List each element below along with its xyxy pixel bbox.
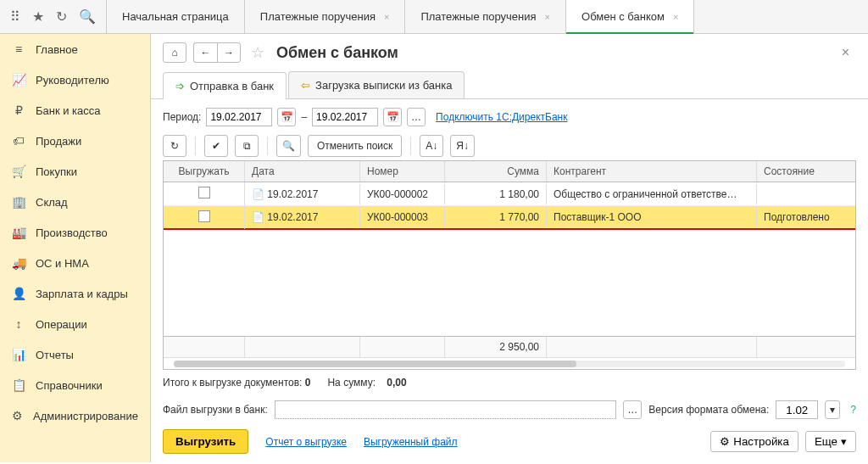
close-icon[interactable]: × <box>384 12 389 22</box>
gear-icon: ⚙ <box>12 409 23 422</box>
exported-file-link[interactable]: Выгруженный файл <box>364 436 458 448</box>
sort-asc-button[interactable]: A↓ <box>420 135 443 157</box>
grid-body: 📄 19.02.2017 УК00-000002 1 180,00 Общест… <box>164 182 855 336</box>
sort-desc-button[interactable]: Я↓ <box>450 135 475 157</box>
period-more-button[interactable]: … <box>407 108 426 126</box>
close-icon[interactable]: × <box>545 12 550 22</box>
calendar-from-icon[interactable]: 📅 <box>277 108 296 126</box>
copy-button[interactable]: ⧉ <box>235 135 259 157</box>
content: ⌂ ← → ☆ Обмен с банком × ➩Отправка в бан… <box>151 34 868 462</box>
calendar-to-icon[interactable]: 📅 <box>383 108 402 126</box>
sidebar-item-operations[interactable]: ↕Операции <box>0 309 150 339</box>
close-icon[interactable]: × <box>673 12 678 22</box>
period-row: Период: 📅 – 📅 … Подключить 1С:ДиректБанк <box>163 108 856 126</box>
grid-header: Выгружать Дата Номер Сумма Контрагент Со… <box>164 161 855 182</box>
col-date[interactable]: Дата <box>245 161 360 182</box>
col-sum[interactable]: Сумма <box>445 161 547 182</box>
row-checkbox[interactable] <box>198 210 210 222</box>
transfer-icon: ↕ <box>12 317 25 331</box>
page-title: Обмен с банком <box>276 44 398 62</box>
sidebar-item-admin[interactable]: ⚙Администрирование <box>0 400 150 431</box>
subtabs: ➩Отправка в банк ⇦Загрузка выписки из ба… <box>151 71 868 99</box>
title-row: ⌂ ← → ☆ Обмен с банком × <box>151 34 868 71</box>
truck-icon: 🚚 <box>12 256 25 270</box>
table-row[interactable]: 📄 19.02.2017 УК00-000002 1 180,00 Общест… <box>164 182 855 206</box>
col-state[interactable]: Состояние <box>757 161 855 182</box>
sidebar-item-warehouse[interactable]: 🏢Склад <box>0 187 150 217</box>
cart-icon: 🛒 <box>12 165 25 178</box>
grid-toolbar: ↻ ✔ ⧉ 🔍 Отменить поиск A↓ Я↓ <box>163 135 856 157</box>
version-input[interactable] <box>776 400 818 419</box>
search-icon[interactable]: 🔍 <box>79 8 96 25</box>
export-button[interactable]: Выгрузить <box>163 429 248 454</box>
file-label: Файл выгрузки в банк: <box>163 404 268 416</box>
sidebar-item-catalogs[interactable]: 📋Справочники <box>0 370 150 400</box>
file-path-input[interactable] <box>275 400 617 419</box>
col-agent[interactable]: Контрагент <box>547 161 757 182</box>
grid: Выгружать Дата Номер Сумма Контрагент Со… <box>163 160 856 370</box>
sidebar-item-manager[interactable]: 📈Руководителю <box>0 64 150 95</box>
sidebar-item-bank[interactable]: ₽Банк и касса <box>0 95 150 126</box>
gear-icon: ⚙ <box>720 435 730 448</box>
back-button[interactable]: ← <box>193 42 217 63</box>
subtab-load[interactable]: ⇦Загрузка выписки из банка <box>288 71 465 98</box>
grid-footer: 2 950,00 <box>164 336 855 357</box>
forward-button[interactable]: → <box>217 42 241 63</box>
star-icon[interactable]: ★ <box>32 8 44 25</box>
list-icon: 📋 <box>12 378 25 392</box>
col-export[interactable]: Выгружать <box>164 161 245 182</box>
more-button[interactable]: Еще ▾ <box>805 431 856 452</box>
sidebar: ≡Главное 📈Руководителю ₽Банк и касса 🏷Пр… <box>0 34 151 462</box>
table-row[interactable]: 📄 19.02.2017 УК00-000003 1 770,00 Постав… <box>164 206 855 230</box>
tag-icon: 🏷 <box>12 134 25 148</box>
summary: Итого к выгрузке документов: 0 На сумму:… <box>163 370 856 395</box>
sidebar-item-main[interactable]: ≡Главное <box>0 34 150 64</box>
close-page-button[interactable]: × <box>835 45 856 60</box>
date-from-input[interactable] <box>206 108 272 126</box>
total-sum: 2 950,00 <box>445 337 547 357</box>
chart-icon: 📈 <box>12 73 25 87</box>
home-button[interactable]: ⌂ <box>163 42 186 63</box>
bottom-row: Выгрузить Отчет о выгрузке Выгруженный ф… <box>163 429 856 454</box>
version-dropdown-icon[interactable]: ▾ <box>825 400 840 419</box>
export-report-link[interactable]: Отчет о выгрузке <box>265 436 347 448</box>
doc-icon: 📄 <box>252 188 264 200</box>
building-icon: 🏢 <box>12 195 25 209</box>
doc-icon: 📄 <box>252 211 264 223</box>
col-number[interactable]: Номер <box>360 161 445 182</box>
sidebar-item-reports[interactable]: 📊Отчеты <box>0 339 150 370</box>
tab-bank-exchange[interactable]: Обмен с банком× <box>566 0 694 33</box>
report-icon: 📊 <box>12 348 25 361</box>
find-button[interactable]: 🔍 <box>276 135 301 157</box>
row-checkbox[interactable] <box>198 187 210 198</box>
tab-payments-2[interactable]: Платежные поручения× <box>405 0 566 33</box>
sidebar-item-production[interactable]: 🏭Производство <box>0 217 150 248</box>
refresh-button[interactable]: ↻ <box>163 135 186 157</box>
tab-payments-1[interactable]: Платежные поручения× <box>245 0 406 33</box>
subtab-send[interactable]: ➩Отправка в банк <box>163 72 287 99</box>
topbar: ⠿ ★ ↻ 🔍 Начальная страница Платежные пор… <box>0 0 868 34</box>
check-button[interactable]: ✔ <box>204 135 228 157</box>
sidebar-item-purchases[interactable]: 🛒Покупки <box>0 156 150 187</box>
send-icon: ➩ <box>175 80 185 92</box>
apps-icon[interactable]: ⠿ <box>10 8 20 25</box>
sidebar-item-sales[interactable]: 🏷Продажи <box>0 126 150 156</box>
favorite-icon[interactable]: ☆ <box>251 43 264 62</box>
ruble-icon: ₽ <box>12 103 25 117</box>
version-label: Версия формата обмена: <box>648 404 769 416</box>
settings-button[interactable]: ⚙Настройка <box>710 431 798 452</box>
cancel-search-button[interactable]: Отменить поиск <box>308 135 402 157</box>
file-browse-button[interactable]: … <box>623 400 642 419</box>
person-icon: 👤 <box>12 287 25 300</box>
help-icon[interactable]: ? <box>850 404 856 416</box>
tab-home[interactable]: Начальная страница <box>107 0 245 33</box>
sidebar-item-salary[interactable]: 👤Зарплата и кадры <box>0 278 150 309</box>
direct-bank-link[interactable]: Подключить 1С:ДиректБанк <box>436 111 567 123</box>
tabs: Начальная страница Платежные поручения× … <box>107 0 694 33</box>
file-row: Файл выгрузки в банк: … Версия формата о… <box>163 400 856 419</box>
date-to-input[interactable] <box>312 108 378 126</box>
history-icon[interactable]: ↻ <box>56 8 67 25</box>
load-icon: ⇦ <box>301 79 310 92</box>
h-scrollbar[interactable] <box>164 357 855 369</box>
sidebar-item-os-nma[interactable]: 🚚ОС и НМА <box>0 248 150 278</box>
